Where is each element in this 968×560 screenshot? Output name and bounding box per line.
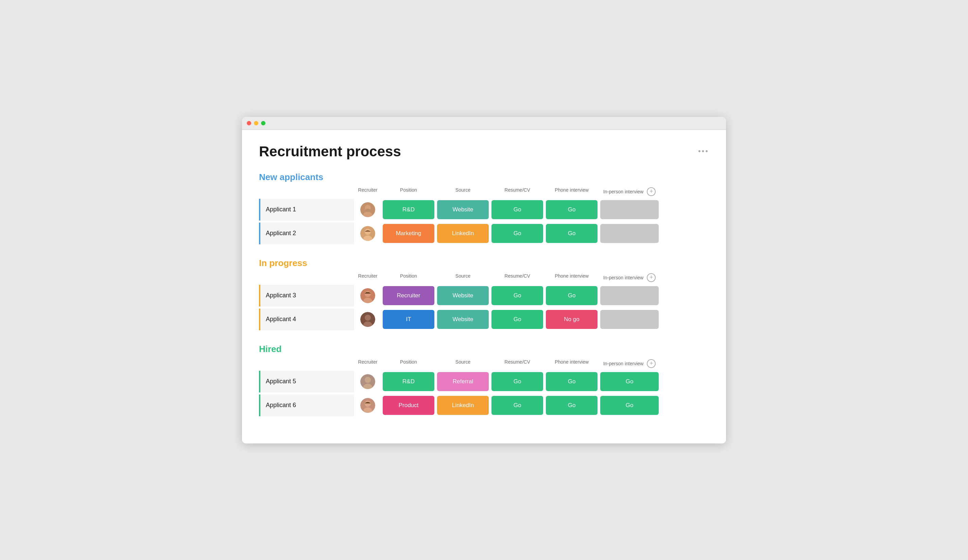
resume-badge[interactable]: Go — [491, 224, 543, 243]
phone-badge-cell: Go — [545, 396, 599, 415]
source-badge[interactable]: Referral — [437, 372, 489, 391]
position-badge[interactable]: Recruiter — [383, 286, 434, 305]
header-source: Source — [436, 187, 490, 196]
table-header-new-applicants: RecruiterPositionSourceResume/CVPhone in… — [259, 187, 709, 199]
maximize-button[interactable] — [261, 121, 265, 125]
position-badge[interactable]: R&D — [383, 200, 434, 219]
position-badge-cell: IT — [381, 310, 436, 329]
minimize-button[interactable] — [254, 121, 258, 125]
avatar — [360, 202, 375, 217]
svg-point-17 — [365, 401, 371, 407]
header-phone: Phone interview — [545, 359, 599, 368]
table-row: Applicant 3 RecruiterWebsiteGoGo — [259, 285, 709, 307]
inperson-badge[interactable] — [600, 200, 659, 219]
titlebar — [242, 117, 726, 130]
avatar — [360, 398, 375, 413]
inperson-badge[interactable] — [600, 286, 659, 305]
svg-point-14 — [365, 377, 371, 383]
phone-badge[interactable]: Go — [546, 200, 598, 219]
inperson-label: In-person interview — [603, 275, 643, 280]
add-column-button[interactable]: + — [647, 273, 656, 282]
applicant-name-cell[interactable]: Applicant 1 — [259, 199, 354, 220]
main-content: Recruitment process ••• New applicantsRe… — [242, 130, 726, 444]
source-badge-cell: LinkedIn — [436, 396, 490, 415]
inperson-badge-cell — [599, 310, 660, 329]
source-badge[interactable]: LinkedIn — [437, 396, 489, 415]
position-badge-cell: Marketing — [381, 224, 436, 243]
resume-badge-cell: Go — [490, 200, 545, 219]
source-badge[interactable]: Website — [437, 200, 489, 219]
phone-badge-cell: Go — [545, 286, 599, 305]
more-options-button[interactable]: ••• — [698, 147, 709, 156]
header-resume: Resume/CV — [490, 273, 545, 282]
header-inperson-new-applicants: In-person interview + — [599, 187, 660, 196]
avatar — [360, 288, 375, 303]
header-inperson-hired: In-person interview + — [599, 359, 660, 368]
header-recruiter: Recruiter — [354, 273, 381, 282]
table-row: Applicant 1 R&DWebsiteGoGo — [259, 199, 709, 220]
position-badge-cell: Recruiter — [381, 286, 436, 305]
position-badge-cell: R&D — [381, 200, 436, 219]
source-badge[interactable]: Website — [437, 310, 489, 329]
phone-badge[interactable]: Go — [546, 396, 598, 415]
recruiter-avatar-cell — [354, 285, 381, 307]
phone-badge[interactable]: Go — [546, 286, 598, 305]
position-badge-cell: Product — [381, 396, 436, 415]
avatar — [360, 374, 375, 389]
position-badge[interactable]: R&D — [383, 372, 434, 391]
section-in-progress: In progressRecruiterPositionSourceResume… — [259, 258, 709, 330]
applicant-name-cell[interactable]: Applicant 5 — [259, 371, 354, 393]
source-badge[interactable]: LinkedIn — [437, 224, 489, 243]
applicant-name-cell[interactable]: Applicant 2 — [259, 222, 354, 244]
resume-badge[interactable]: Go — [491, 286, 543, 305]
inperson-badge[interactable]: Go — [600, 372, 659, 391]
close-button[interactable] — [247, 121, 251, 125]
app-window: Recruitment process ••• New applicantsRe… — [242, 117, 726, 444]
section-title-new-applicants: New applicants — [259, 172, 709, 182]
header-resume: Resume/CV — [490, 187, 545, 196]
phone-badge[interactable]: Go — [546, 224, 598, 243]
header-phone: Phone interview — [545, 273, 599, 282]
header-resume: Resume/CV — [490, 359, 545, 368]
inperson-badge[interactable] — [600, 310, 659, 329]
applicant-name-cell[interactable]: Applicant 4 — [259, 308, 354, 330]
header-position: Position — [381, 359, 436, 368]
header-recruiter: Recruiter — [354, 359, 381, 368]
recruiter-avatar-cell — [354, 371, 381, 393]
position-badge[interactable]: Product — [383, 396, 434, 415]
resume-badge[interactable]: Go — [491, 310, 543, 329]
resume-badge[interactable]: Go — [491, 396, 543, 415]
position-badge[interactable]: Marketing — [383, 224, 434, 243]
table-row: Applicant 6 ProductLinkedInGoGoGo — [259, 394, 709, 416]
add-column-button[interactable]: + — [647, 187, 656, 196]
resume-badge[interactable]: Go — [491, 372, 543, 391]
inperson-badge-cell: Go — [599, 396, 660, 415]
inperson-badge[interactable] — [600, 224, 659, 243]
source-badge[interactable]: Website — [437, 286, 489, 305]
table-row: Applicant 4 ITWebsiteGoNo go — [259, 308, 709, 330]
position-badge[interactable]: IT — [383, 310, 434, 329]
inperson-badge[interactable]: Go — [600, 396, 659, 415]
inperson-badge-cell — [599, 224, 660, 243]
add-column-button[interactable]: + — [647, 359, 656, 368]
inperson-badge-cell — [599, 286, 660, 305]
phone-badge-cell: No go — [545, 310, 599, 329]
header-inperson-in-progress: In-person interview + — [599, 273, 660, 282]
applicant-name-cell[interactable]: Applicant 6 — [259, 394, 354, 416]
table-hired: RecruiterPositionSourceResume/CVPhone in… — [259, 359, 709, 416]
phone-badge[interactable]: Go — [546, 372, 598, 391]
resume-badge-cell: Go — [490, 372, 545, 391]
svg-point-3 — [365, 209, 370, 212]
resume-badge-cell: Go — [490, 396, 545, 415]
header-source: Source — [436, 359, 490, 368]
applicant-name-cell[interactable]: Applicant 3 — [259, 285, 354, 307]
phone-badge[interactable]: No go — [546, 310, 598, 329]
section-title-hired: Hired — [259, 344, 709, 355]
recruiter-avatar-cell — [354, 222, 381, 244]
header-phone: Phone interview — [545, 187, 599, 196]
recruiter-avatar-cell — [354, 394, 381, 416]
sections-container: New applicantsRecruiterPositionSourceRes… — [259, 172, 709, 416]
avatar — [360, 312, 375, 327]
table-row: Applicant 5 R&DReferralGoGoGo — [259, 371, 709, 393]
resume-badge[interactable]: Go — [491, 200, 543, 219]
